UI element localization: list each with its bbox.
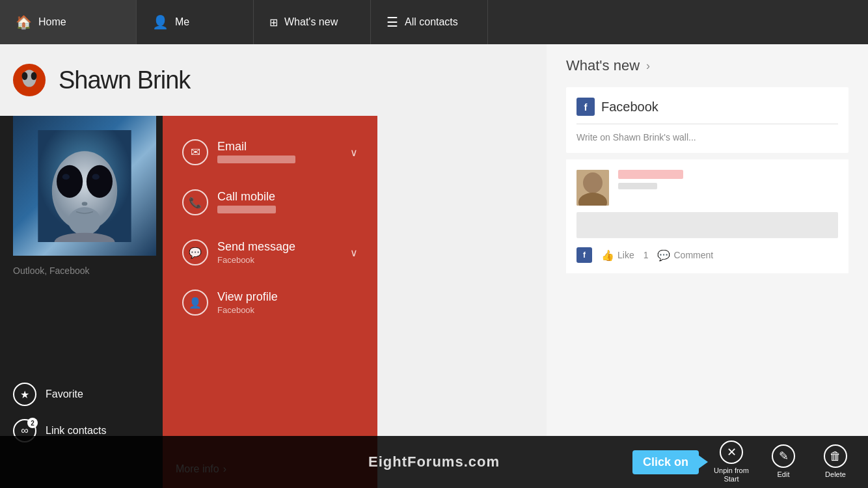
bottom-toolbar: EightForums.com Click on ✕ Unpin fromSta… <box>0 436 868 488</box>
contact-sources: Outlook, Facebook <box>13 265 90 276</box>
delete-icon: 🗑 <box>824 444 847 468</box>
facebook-divider <box>576 124 838 124</box>
orange-panel: ✉ Email ∨ 📞 Call mobile <box>163 116 377 488</box>
nav-me-label: Me <box>175 16 189 28</box>
favorite-button[interactable]: ★ Favorite <box>13 383 106 406</box>
click-on-label: Click on <box>643 455 688 469</box>
unpin-icon: ✕ <box>720 441 743 464</box>
watermark: EightForums.com <box>368 454 500 470</box>
nav-whats-new-label: What's new <box>284 16 338 28</box>
delete-button[interactable]: 🗑 Delete <box>816 444 855 479</box>
send-message-action[interactable]: 💬 Send message Facebook ∨ <box>176 229 364 276</box>
profile-icon: 👤 <box>182 290 208 316</box>
contact-name: Shawn Brink <box>59 66 190 94</box>
alien-image <box>27 130 142 242</box>
message-icon: 💬 <box>182 239 208 265</box>
call-mobile-label: Call mobile <box>217 190 358 204</box>
svg-point-10 <box>92 174 99 180</box>
svg-point-3 <box>31 72 37 80</box>
edit-icon: ✎ <box>772 444 795 468</box>
toolbar-right: Click on ✕ Unpin fromStart ✎ Edit 🗑 Dele… <box>632 441 855 483</box>
svg-point-15 <box>583 172 603 193</box>
click-on-badge: Click on <box>632 450 699 474</box>
email-label: Email <box>217 140 341 154</box>
main-content: Shawn Brink <box>0 44 868 488</box>
post-time-blurred <box>618 183 657 189</box>
send-message-chevron: ∨ <box>350 247 358 259</box>
facebook-icon: f <box>576 98 595 116</box>
nav-bar: 🏠 Home 👤 Me ⊞ What's new ☰ All contacts <box>0 0 868 44</box>
send-message-label: Send message <box>217 240 341 254</box>
facebook-section: f Facebook Write on Shawn Brink's wall..… <box>566 87 848 153</box>
avatar <box>13 64 46 96</box>
post-avatar <box>576 170 609 206</box>
svg-point-9 <box>62 174 70 180</box>
call-mobile-action[interactable]: 📞 Call mobile <box>176 179 364 226</box>
like-button[interactable]: 👍 Like <box>601 249 634 262</box>
write-wall-text[interactable]: Write on Shawn Brink's wall... <box>576 132 838 142</box>
svg-point-8 <box>87 165 113 197</box>
facebook-title: Facebook <box>601 100 658 115</box>
whats-new-chevron: › <box>646 59 650 73</box>
view-profile-label: View profile <box>217 290 358 304</box>
right-panel: What's new › f Facebook Write on Shawn B… <box>547 44 868 488</box>
whats-new-title: What's new <box>566 57 640 74</box>
svg-point-7 <box>57 165 83 197</box>
favorite-icon: ★ <box>13 383 36 406</box>
email-action[interactable]: ✉ Email ∨ <box>176 129 364 176</box>
comment-button[interactable]: 💬 Comment <box>657 249 713 262</box>
email-icon: ✉ <box>182 139 208 165</box>
view-profile-subtitle: Facebook <box>217 305 358 315</box>
nav-whats-new[interactable]: ⊞ What's new <box>254 0 371 44</box>
home-icon: 🏠 <box>16 14 32 30</box>
email-chevron: ∨ <box>350 146 358 159</box>
edit-button[interactable]: ✎ Edit <box>764 444 803 479</box>
whats-new-icon: ⊞ <box>269 16 278 29</box>
all-contacts-icon: ☰ <box>387 14 398 30</box>
unpin-button[interactable]: ✕ Unpin fromStart <box>712 441 751 483</box>
contact-photo <box>13 116 156 256</box>
send-message-subtitle: Facebook <box>217 255 341 265</box>
me-icon: 👤 <box>152 14 169 30</box>
middle-section <box>377 44 547 488</box>
svg-point-2 <box>22 72 28 80</box>
thumbs-up-icon: 👍 <box>601 249 614 262</box>
whats-new-header: What's new › <box>566 57 848 74</box>
post-content-blurred <box>576 212 838 238</box>
nav-home[interactable]: 🏠 Home <box>0 0 137 44</box>
nav-me[interactable]: 👤 Me <box>137 0 254 44</box>
svg-point-11 <box>82 202 88 206</box>
nav-home-label: Home <box>38 16 66 28</box>
post-name-blurred <box>618 170 683 179</box>
view-profile-action[interactable]: 👤 View profile Facebook <box>176 279 364 326</box>
link-count-badge: 2 <box>27 418 38 428</box>
contact-header: Shawn Brink <box>0 44 293 116</box>
call-icon: 📞 <box>182 189 208 215</box>
nav-all-contacts[interactable]: ☰ All contacts <box>371 0 488 44</box>
comment-icon: 💬 <box>657 249 670 262</box>
nav-all-contacts-label: All contacts <box>405 16 458 28</box>
facebook-post: f 👍 Like 1 💬 Comment <box>566 159 848 273</box>
post-facebook-icon: f <box>576 247 592 263</box>
contact-actions: ★ Favorite ∞ 2 Link contacts <box>13 383 106 442</box>
